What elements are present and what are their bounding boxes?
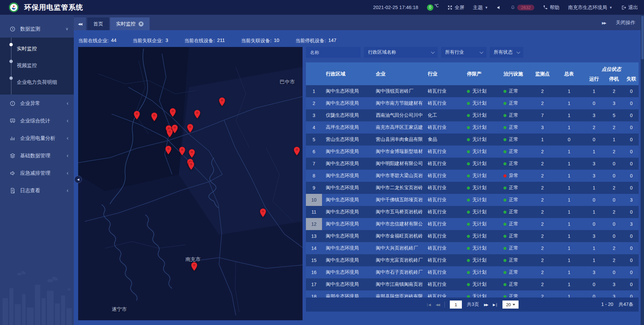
- tab-home[interactable]: 首页: [87, 17, 109, 30]
- sidebar-subitem-企业电力负荷明细[interactable]: 企业电力负荷明细: [0, 74, 74, 91]
- sidebar-item-数据监测[interactable]: 数据监测∨: [0, 20, 74, 38]
- cell-total-meter: 1: [554, 85, 584, 97]
- theme-dropdown[interactable]: 主题 ▼: [473, 4, 488, 11]
- last-page-button[interactable]: [493, 303, 497, 307]
- status-dot-green: [503, 150, 506, 153]
- status-dot-green: [467, 283, 470, 286]
- table-row[interactable]: 12阆中生态环境局阆中市忠信建材有限公砖瓦行业无计划正常21003: [306, 218, 639, 230]
- cell-lost: 0: [624, 158, 639, 170]
- map-canvas[interactable]: 巴中市南充市遂宁市: [78, 47, 303, 320]
- cell-running: 0: [584, 97, 604, 109]
- sound-toggle-button[interactable]: [497, 5, 502, 10]
- map-pin[interactable]: [165, 146, 171, 155]
- map-pin[interactable]: [293, 147, 300, 156]
- col-region: 行政区域: [322, 62, 372, 85]
- cell-running: 0: [584, 290, 604, 297]
- cell-halted: 0: [604, 266, 624, 278]
- sidebar-item-企业异常[interactable]: 企业异常‹: [0, 95, 74, 112]
- notifications-button[interactable]: 2632: [511, 5, 534, 10]
- cell-pollution-facility: 正常: [499, 85, 531, 97]
- organization-dropdown[interactable]: 南充市生态环境局 ▼: [568, 4, 612, 11]
- cell-monitor-points: 1: [531, 133, 554, 146]
- enterprise-list-panel: 行政区域名称 所有行业 所有状态: [306, 47, 639, 320]
- industry-filter-select[interactable]: 所有行业: [441, 47, 486, 58]
- close-operations-button[interactable]: 关闭操作: [616, 19, 635, 26]
- page-scrollbar[interactable]: [641, 15, 644, 325]
- table-row[interactable]: 4高坪生态环境局南充市高坪区王家店建砖瓦行业无计划正常31220: [306, 121, 639, 133]
- fullscreen-icon: [447, 5, 452, 10]
- cell-total-meter: 1: [554, 170, 584, 182]
- page-size-select[interactable]: 20: [502, 301, 519, 309]
- cell-halted: 2: [604, 206, 624, 218]
- map-collapse-handle[interactable]: [74, 176, 82, 183]
- table-row[interactable]: 15阆中生态环境局阆中市光富页岩机砖厂砖瓦行业无计划正常21120: [306, 254, 639, 266]
- table-row[interactable]: 8阆中生态环境局阆中市枣碧大梁山页岩砖瓦行业无计划异常21300: [306, 170, 639, 182]
- cell-halted: 3: [604, 97, 624, 109]
- chevron-down-icon: [480, 50, 483, 54]
- cell-halted: 3: [604, 278, 624, 290]
- caret-down-icon: ▼: [485, 6, 488, 9]
- cell-running: 1: [584, 242, 604, 254]
- sidebar-item-应急减排管理[interactable]: 应急减排管理‹: [0, 164, 74, 182]
- scrollbar-thumb[interactable]: [641, 16, 644, 59]
- next-page-button[interactable]: [484, 303, 488, 307]
- sidebar-subitem-视频监控[interactable]: 视频监控: [0, 57, 74, 74]
- tab-close-icon[interactable]: [139, 21, 144, 26]
- status-dot-green: [467, 162, 470, 165]
- map-pin[interactable]: [188, 161, 194, 170]
- prev-page-button[interactable]: [436, 303, 439, 307]
- table-row[interactable]: 13阆中生态环境局阆中市金福旺页岩机砖砖瓦行业无计划正常21300: [306, 230, 639, 242]
- fullscreen-button[interactable]: 全屏: [447, 4, 464, 11]
- sidebar-item-日志查看[interactable]: 日志查看‹: [0, 182, 74, 199]
- cell-region: 阆中生态环境局: [322, 230, 372, 242]
- map-pin[interactable]: [189, 149, 195, 158]
- status-dot-green: [503, 283, 506, 286]
- tabs-scroll-right-button[interactable]: [602, 20, 606, 25]
- help-button[interactable]: 帮助: [543, 4, 559, 11]
- first-page-button[interactable]: [426, 303, 431, 307]
- table-row[interactable]: 17阆中生态环境局阆中市江南镇阆南页岩砖瓦行业无计划正常21030: [306, 278, 639, 290]
- sidebar-item-基础数据管理[interactable]: 基础数据管理‹: [0, 147, 74, 164]
- table-row[interactable]: 9阆中生态环境局阆中市二龙长宝页岩砖砖瓦行业无计划正常21120: [306, 182, 639, 194]
- region-filter-select[interactable]: 行政区域名称: [364, 47, 438, 58]
- map-pin[interactable]: [194, 110, 200, 119]
- map-pin[interactable]: [260, 208, 266, 217]
- table-row[interactable]: 11阆中生态环境局阆中市五马桥页岩机砖砖瓦行业无计划正常21120: [306, 206, 639, 218]
- cell-company: 阆中市南方节能建材有: [372, 97, 424, 109]
- map-pin[interactable]: [133, 111, 140, 120]
- cell-total-meter: 1: [554, 230, 584, 242]
- table-row[interactable]: 6阆中生态环境局阆中市金博瑞新型墙材砖瓦行业无计划正常21120: [306, 146, 639, 158]
- table-row[interactable]: 16阆中生态环境局阆中市石子页岩机砖厂砖瓦行业无计划正常21300: [306, 266, 639, 278]
- page-number-input[interactable]: [450, 301, 462, 309]
- table-row[interactable]: 7阆中生态环境局阆中明阳建材有限公司砖瓦行业无计划正常21300: [306, 158, 639, 170]
- table-row[interactable]: 2阆中生态环境局阆中市南方节能建材有砖瓦行业无计划正常21030: [306, 97, 639, 109]
- chevron-left-icon: ‹: [67, 153, 68, 159]
- logout-button[interactable]: 退出: [621, 4, 638, 11]
- chevron-left-icon: ‹: [67, 100, 68, 106]
- map-pin[interactable]: [191, 262, 197, 271]
- name-filter-input[interactable]: [306, 47, 361, 58]
- table-row[interactable]: 5营山生态环境局营山县润丰肉食品有限食品无计划正常10010: [306, 133, 639, 146]
- sidebar-item-企业综合统计[interactable]: 企业综合统计‹: [0, 112, 74, 129]
- map-pin[interactable]: [219, 97, 225, 106]
- cell-index: 3: [306, 109, 322, 121]
- table-row[interactable]: 10阆中生态环境局阆中千佛镇五郎垭页岩砖瓦行业无计划正常21003: [306, 194, 639, 206]
- map-pin[interactable]: [151, 112, 158, 121]
- table-row[interactable]: 18南部生态环境局南部县瑞华页岩砖有限砖瓦行业无计划正常21030: [306, 290, 639, 297]
- table-row[interactable]: 1阆中生态环境局阆中强锐页岩砖厂砖瓦行业无计划正常21120: [306, 85, 639, 97]
- main-content: 当前在线企业:44 当前失联企业:3 当前在线设备:211 当前失联设备:10 …: [74, 30, 641, 325]
- tabs-scroll-left-button[interactable]: [74, 17, 86, 30]
- map-pin[interactable]: [170, 108, 176, 117]
- map-pin[interactable]: [179, 147, 185, 156]
- col-industry: 行业: [424, 62, 463, 85]
- table-row[interactable]: 14阆中生态环境局阆中大兴页岩机砖厂砖瓦行业无计划正常21120: [306, 242, 639, 254]
- cell-region: 阆中生态环境局: [322, 254, 372, 266]
- table-row[interactable]: 3仪陇生态环境局西南油气田分公司川中化工无计划正常71350: [306, 109, 639, 121]
- sidebar-subitem-实时监控[interactable]: 实时监控: [0, 40, 74, 57]
- tab-realtime-monitor[interactable]: 实时监控: [110, 17, 150, 30]
- cell-running: 3: [584, 170, 604, 182]
- map-pin[interactable]: [187, 124, 193, 133]
- map-pin[interactable]: [166, 128, 173, 138]
- sidebar-item-企业用电量分析[interactable]: 企业用电量分析‹: [0, 129, 74, 147]
- status-filter-select[interactable]: 所有状态: [490, 47, 523, 58]
